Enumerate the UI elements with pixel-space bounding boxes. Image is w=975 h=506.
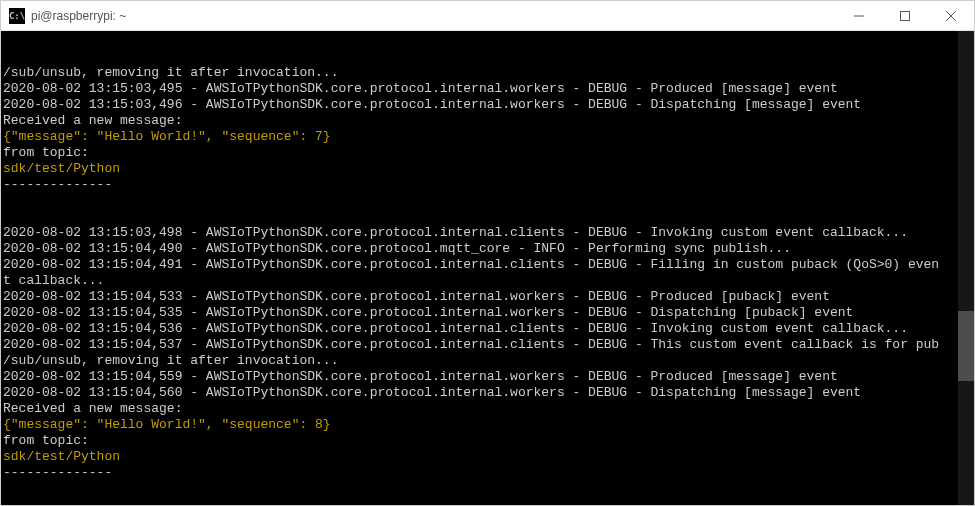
terminal-line: 2020-08-02 13:15:04,535 - AWSIoTPythonSD… bbox=[3, 305, 974, 321]
terminal-line: 2020-08-02 13:15:04,490 - AWSIoTPythonSD… bbox=[3, 241, 974, 257]
maximize-button[interactable] bbox=[882, 1, 928, 30]
terminal-line: 2020-08-02 13:15:04,559 - AWSIoTPythonSD… bbox=[3, 369, 974, 385]
svg-rect-1 bbox=[901, 11, 910, 20]
terminal-line: /sub/unsub, removing it after invocation… bbox=[3, 65, 974, 81]
terminal-line: {"message": "Hello World!", "sequence": … bbox=[3, 417, 974, 433]
terminal-output[interactable]: /sub/unsub, removing it after invocation… bbox=[1, 31, 974, 505]
terminal-line: 2020-08-02 13:15:03,498 - AWSIoTPythonSD… bbox=[3, 225, 974, 241]
app-window: C:\ pi@raspberrypi: ~ /sub/unsub, removi… bbox=[0, 0, 975, 506]
terminal-line: -------------- bbox=[3, 177, 974, 193]
scrollbar-thumb[interactable] bbox=[958, 311, 974, 381]
terminal-lines: /sub/unsub, removing it after invocation… bbox=[3, 65, 974, 505]
terminal-line: t callback... bbox=[3, 273, 974, 289]
window-title: pi@raspberrypi: ~ bbox=[31, 9, 836, 23]
terminal-line: Received a new message: bbox=[3, 113, 974, 129]
terminal-line: 2020-08-02 13:15:03,496 - AWSIoTPythonSD… bbox=[3, 97, 974, 113]
terminal-line: {"message": "Hello World!", "sequence": … bbox=[3, 129, 974, 145]
terminal-line: from topic: bbox=[3, 145, 974, 161]
close-icon bbox=[946, 11, 956, 21]
terminal-line: sdk/test/Python bbox=[3, 449, 974, 465]
terminal-line bbox=[3, 481, 974, 497]
terminal-line: 2020-08-02 13:15:04,533 - AWSIoTPythonSD… bbox=[3, 289, 974, 305]
window-controls bbox=[836, 1, 974, 30]
vertical-scrollbar[interactable] bbox=[958, 31, 974, 505]
terminal-line: 2020-08-02 13:15:03,495 - AWSIoTPythonSD… bbox=[3, 81, 974, 97]
terminal-icon-label: C:\ bbox=[9, 11, 25, 21]
terminal-line: Received a new message: bbox=[3, 401, 974, 417]
terminal-line: 2020-08-02 13:15:04,491 - AWSIoTPythonSD… bbox=[3, 257, 974, 273]
minimize-icon bbox=[854, 11, 864, 21]
terminal-line: -------------- bbox=[3, 465, 974, 481]
terminal-line: 2020-08-02 13:15:04,537 - AWSIoTPythonSD… bbox=[3, 337, 974, 353]
terminal-line: /sub/unsub, removing it after invocation… bbox=[3, 353, 974, 369]
terminal-line: sdk/test/Python bbox=[3, 161, 974, 177]
maximize-icon bbox=[900, 11, 910, 21]
terminal-line bbox=[3, 209, 974, 225]
terminal-line: from topic: bbox=[3, 433, 974, 449]
terminal-line: 2020-08-02 13:15:04,536 - AWSIoTPythonSD… bbox=[3, 321, 974, 337]
minimize-button[interactable] bbox=[836, 1, 882, 30]
terminal-icon: C:\ bbox=[9, 8, 25, 24]
titlebar[interactable]: C:\ pi@raspberrypi: ~ bbox=[1, 1, 974, 31]
terminal-line: 2020-08-02 13:15:04,560 - AWSIoTPythonSD… bbox=[3, 385, 974, 401]
terminal-line bbox=[3, 193, 974, 209]
close-button[interactable] bbox=[928, 1, 974, 30]
terminal-line bbox=[3, 497, 974, 505]
